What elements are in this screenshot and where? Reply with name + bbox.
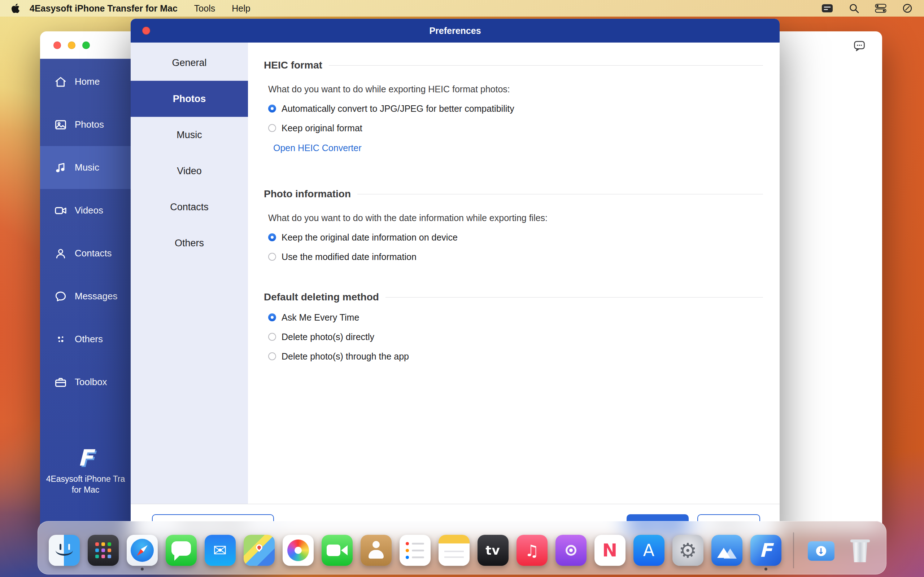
- radio-icon[interactable]: [268, 313, 276, 321]
- tab-label: Others: [175, 238, 204, 249]
- radio-label: Automatically convert to JPG/JPEG for be…: [281, 103, 514, 114]
- tab-others[interactable]: Others: [131, 225, 248, 261]
- radio-option-ask-every-time[interactable]: Ask Me Every Time: [268, 312, 763, 323]
- section-question: What do you want to do with the date inf…: [268, 213, 763, 223]
- downloads-dock-icon[interactable]: ↓: [806, 535, 837, 566]
- close-window-button[interactable]: [53, 42, 61, 49]
- launchpad-dock-icon[interactable]: [88, 535, 119, 566]
- finder-dock-icon[interactable]: [49, 535, 80, 566]
- dock: ✉ tv ♫ N A ⚙ F ↓: [37, 521, 887, 574]
- podcasts-dock-icon[interactable]: [556, 535, 586, 566]
- menu-tools[interactable]: Tools: [194, 3, 215, 14]
- section-default-deleting-method: Default deleting method Ask Me Every Tim…: [264, 291, 763, 362]
- menu-help[interactable]: Help: [232, 3, 250, 14]
- section-heading-text: Default deleting method: [264, 292, 379, 303]
- radio-icon[interactable]: [268, 253, 276, 261]
- sidebar-item-messages[interactable]: Messages: [40, 275, 131, 318]
- sidebar-item-photos[interactable]: Photos: [40, 103, 131, 146]
- 4easysoft-dock-icon[interactable]: F: [750, 535, 782, 566]
- tab-label: Video: [177, 166, 202, 177]
- facetime-dock-icon[interactable]: [321, 535, 353, 566]
- sidebar-item-label: Home: [75, 76, 100, 87]
- mail-dock-icon[interactable]: ✉: [205, 535, 236, 566]
- spotlight-search-icon[interactable]: [848, 3, 860, 14]
- tab-label: Photos: [173, 93, 206, 105]
- section-question: What do you want to do while exporting H…: [268, 84, 763, 95]
- app-logo: F: [40, 445, 131, 471]
- sidebar-item-label: Music: [75, 162, 99, 173]
- preferences-content: HEIC format What do you want to do while…: [248, 43, 780, 504]
- tab-general[interactable]: General: [131, 45, 248, 81]
- radio-label: Keep original format: [281, 123, 362, 134]
- radio-option-delete-through-app[interactable]: Delete photo(s) through the app: [268, 351, 763, 362]
- minimize-window-button[interactable]: [68, 42, 76, 49]
- sidebar-item-contacts[interactable]: Contacts: [40, 232, 131, 275]
- radio-label: Use the modified date information: [281, 252, 417, 262]
- tab-contacts[interactable]: Contacts: [131, 189, 248, 225]
- section-heading: HEIC format: [264, 59, 763, 71]
- sidebar-item-label: Messages: [75, 291, 118, 302]
- music-dock-icon[interactable]: ♫: [517, 535, 548, 566]
- radio-option-keep-original-date[interactable]: Keep the original date information on de…: [268, 232, 763, 243]
- apple-tv-dock-icon[interactable]: tv: [478, 535, 509, 566]
- control-center-icon[interactable]: [875, 3, 887, 14]
- radio-option-delete-directly[interactable]: Delete photo(s) directly: [268, 331, 763, 342]
- apple-menu-icon[interactable]: [11, 3, 20, 14]
- news-dock-icon[interactable]: N: [594, 535, 625, 566]
- tab-label: Contacts: [170, 201, 208, 213]
- radio-option-modified-date[interactable]: Use the modified date information: [268, 251, 763, 262]
- sidebar-item-videos[interactable]: Videos: [40, 189, 131, 232]
- radio-icon[interactable]: [268, 333, 276, 341]
- sidebar-item-label: Others: [75, 334, 103, 345]
- sidebar-item-others[interactable]: Others: [40, 318, 131, 361]
- sidebar-item-music[interactable]: Music: [40, 146, 131, 189]
- tab-photos[interactable]: Photos: [131, 81, 248, 117]
- reminders-dock-icon[interactable]: [399, 535, 431, 566]
- dialog-titlebar[interactable]: Preferences: [131, 19, 780, 43]
- section-photo-information: Photo information What do you want to do…: [264, 188, 763, 262]
- app-label-line1: 4Easysoft iPhone Tra: [40, 474, 131, 484]
- radio-label: Keep the original date information on de…: [281, 232, 458, 243]
- open-heic-converter-link[interactable]: Open HEIC Converter: [273, 143, 362, 153]
- maps-dock-icon[interactable]: [244, 535, 275, 566]
- menu-bar: 4Easysoft iPhone Transfer for Mac Tools …: [0, 0, 924, 16]
- app-store-dock-icon[interactable]: A: [633, 535, 664, 566]
- tab-video[interactable]: Video: [131, 153, 248, 189]
- trash-dock-icon[interactable]: [845, 535, 876, 566]
- radio-option-keep-original-format[interactable]: Keep original format: [268, 122, 763, 134]
- radio-icon[interactable]: [268, 233, 276, 241]
- tab-music[interactable]: Music: [131, 117, 248, 153]
- radio-icon[interactable]: [268, 124, 276, 132]
- section-heading-text: Photo information: [264, 188, 351, 200]
- section-heic-format: HEIC format What do you want to do while…: [264, 59, 763, 153]
- dialog-close-button[interactable]: [142, 27, 150, 35]
- keyboard-brightness-icon[interactable]: [822, 3, 833, 14]
- zoom-window-button[interactable]: [82, 42, 90, 49]
- music-icon: [54, 161, 68, 174]
- radio-icon[interactable]: [268, 105, 276, 113]
- feedback-bubble-icon[interactable]: [853, 39, 866, 54]
- heading-rule: [329, 65, 763, 66]
- safari-dock-icon[interactable]: [127, 535, 158, 566]
- preferences-dialog: Preferences General Photos Music Video C…: [131, 19, 780, 545]
- heading-rule: [386, 297, 763, 298]
- radio-icon[interactable]: [268, 352, 276, 360]
- dialog-title: Preferences: [429, 26, 481, 36]
- dialog-body: General Photos Music Video Contacts Othe…: [131, 43, 780, 504]
- photos-dock-icon[interactable]: [283, 535, 313, 566]
- menu-bar-app-name[interactable]: 4Easysoft iPhone Transfer for Mac: [30, 3, 178, 14]
- running-indicator: [141, 567, 144, 571]
- sidebar-item-toolbox[interactable]: Toolbox: [40, 361, 131, 403]
- contacts-dock-icon[interactable]: [360, 535, 392, 566]
- sidebar-item-label: Photos: [75, 119, 104, 130]
- blue-mountain-app-dock-icon[interactable]: [711, 535, 743, 566]
- notes-dock-icon[interactable]: [439, 535, 470, 566]
- running-indicator: [764, 567, 767, 571]
- menu-extra-icon[interactable]: [901, 3, 913, 14]
- messages-dock-icon[interactable]: [166, 535, 197, 566]
- tab-label: Music: [176, 129, 202, 141]
- sidebar-item-home[interactable]: Home: [40, 60, 131, 103]
- radio-option-convert-jpg[interactable]: Automatically convert to JPG/JPEG for be…: [268, 103, 763, 114]
- tab-label: General: [172, 57, 207, 69]
- system-settings-dock-icon[interactable]: ⚙: [672, 535, 703, 566]
